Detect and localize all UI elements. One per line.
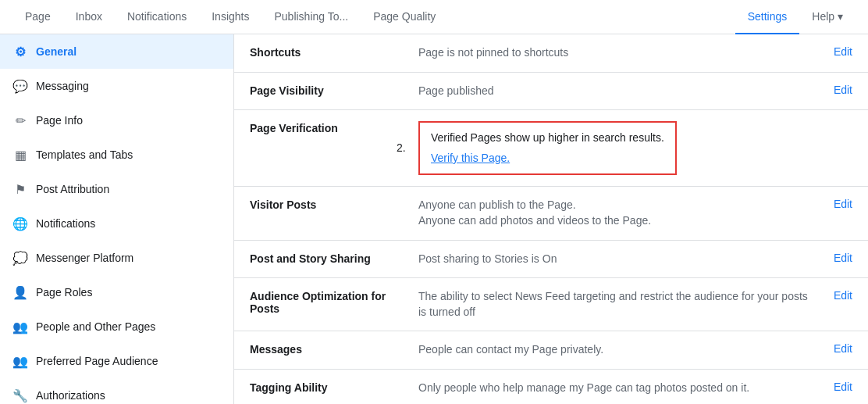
edit-tagging-ability[interactable]: Edit [834, 381, 852, 393]
sidebar-label-general: General [36, 45, 76, 58]
row-tagging-ability: Tagging Ability Only people who help man… [234, 370, 868, 404]
nav-right: Settings Help ▾ [735, 0, 856, 34]
sidebar-item-page-roles[interactable]: 👤 Page Roles [0, 275, 233, 309]
wrench-icon: 🔧 [12, 388, 28, 403]
sidebar-label-messenger-platform: Messenger Platform [36, 252, 133, 264]
value-tagging-ability: Only people who help manage my Page can … [418, 381, 809, 396]
sidebar-item-authorizations[interactable]: 🔧 Authorizations [0, 378, 233, 404]
action-post-story-sharing: Edit [821, 252, 852, 264]
chat-icon: 💭 [12, 250, 28, 266]
row-post-story-sharing: Post and Story Sharing Post sharing to S… [234, 241, 868, 279]
sidebar-item-templates-tabs[interactable]: ▦ Templates and Tabs [0, 138, 233, 172]
nav-help[interactable]: Help ▾ [799, 0, 856, 34]
sidebar-label-post-attribution: Post Attribution [36, 183, 109, 195]
action-page-visibility: Edit [821, 84, 852, 96]
nav-insights[interactable]: Insights [199, 0, 261, 34]
sidebar-item-preferred-audience[interactable]: 👥 Preferred Page Audience [0, 344, 233, 378]
value-messages: People can contact my Page privately. [418, 342, 809, 358]
nav-inbox[interactable]: Inbox [63, 0, 115, 34]
globe-icon: 🌐 [12, 216, 28, 231]
nav-notifications[interactable]: Notifications [115, 0, 199, 34]
value-visitor-posts: Anyone can publish to the Page. Anyone c… [418, 198, 809, 228]
sidebar-label-authorizations: Authorizations [36, 389, 105, 402]
audience-icon: 👥 [12, 353, 28, 369]
label-tagging-ability: Tagging Ability [250, 381, 406, 394]
sidebar-item-messaging[interactable]: 💬 Messaging [0, 69, 233, 103]
label-messages: Messages [250, 342, 406, 356]
edit-visitor-posts[interactable]: Edit [834, 198, 852, 210]
action-shortcuts: Edit [821, 45, 852, 58]
step-number: 2. [397, 141, 406, 156]
nav-settings[interactable]: Settings [735, 0, 800, 34]
sidebar-label-messaging: Messaging [36, 80, 89, 92]
value-page-verification: 2. Verified Pages show up higher in sear… [418, 121, 809, 175]
edit-shortcuts[interactable]: Edit [834, 45, 852, 58]
nav-left: Page Inbox Notifications Insights Publis… [12, 0, 448, 34]
sidebar-label-page-roles: Page Roles [36, 286, 92, 299]
edit-audience-optimization[interactable]: Edit [834, 289, 852, 302]
row-visitor-posts: Visitor Posts Anyone can publish to the … [234, 187, 868, 240]
flag-icon: ⚑ [12, 181, 28, 197]
action-visitor-posts: Edit [821, 198, 852, 210]
sidebar-label-templates-tabs: Templates and Tabs [36, 148, 133, 161]
nav-page-quality[interactable]: Page Quality [361, 0, 448, 34]
label-visitor-posts: Visitor Posts [250, 198, 406, 211]
sidebar-label-preferred-audience: Preferred Page Audience [36, 355, 158, 367]
edit-page-visibility[interactable]: Edit [834, 84, 852, 96]
edit-post-story-sharing[interactable]: Edit [834, 252, 852, 264]
sidebar: ⚙ General 💬 Messaging ✏ Page Info ▦ Temp… [0, 34, 234, 404]
value-shortcuts: Page is not pinned to shortcuts [418, 45, 809, 61]
row-shortcuts: Shortcuts Page is not pinned to shortcut… [234, 34, 868, 73]
label-post-story-sharing: Post and Story Sharing [250, 252, 406, 265]
label-shortcuts: Shortcuts [250, 45, 406, 59]
people-icon: 👥 [12, 319, 28, 334]
nav-publishing[interactable]: Publishing To... [261, 0, 361, 34]
sidebar-label-page-info: Page Info [36, 114, 83, 127]
value-page-visibility: Page published [418, 84, 809, 99]
edit-messages[interactable]: Edit [834, 342, 852, 355]
sidebar-item-messenger-platform[interactable]: 💭 Messenger Platform [0, 241, 233, 275]
action-tagging-ability: Edit [821, 381, 852, 393]
sidebar-item-page-info[interactable]: ✏ Page Info [0, 103, 233, 138]
sidebar-item-notifications[interactable]: 🌐 Notifications [0, 206, 233, 241]
verification-box: Verified Pages show up higher in search … [418, 121, 677, 175]
sidebar-item-general[interactable]: ⚙ General [0, 34, 233, 69]
sidebar-item-post-attribution[interactable]: ⚑ Post Attribution [0, 172, 233, 206]
person-icon: 👤 [12, 284, 28, 300]
pencil-icon: ✏ [12, 113, 28, 128]
row-audience-optimization: Audience Optimization for Posts The abil… [234, 278, 868, 331]
value-post-story-sharing: Post sharing to Stories is On [418, 252, 809, 267]
verify-link[interactable]: Verify this Page. [431, 152, 510, 164]
top-navigation: Page Inbox Notifications Insights Publis… [0, 0, 868, 34]
row-page-verification: Page Verification 2. Verified Pages show… [234, 110, 868, 187]
label-page-visibility: Page Visibility [250, 84, 406, 97]
row-page-visibility: Page Visibility Page published Edit [234, 73, 868, 111]
action-messages: Edit [821, 342, 852, 355]
sidebar-label-people-other-pages: People and Other Pages [36, 320, 155, 333]
sidebar-label-notifications: Notifications [36, 217, 95, 230]
main-container: ⚙ General 💬 Messaging ✏ Page Info ▦ Temp… [0, 34, 868, 404]
content-area: Shortcuts Page is not pinned to shortcut… [234, 34, 868, 404]
messaging-icon: 💬 [12, 78, 28, 94]
sidebar-item-people-other-pages[interactable]: 👥 People and Other Pages [0, 309, 233, 344]
row-messages: Messages People can contact my Page priv… [234, 331, 868, 370]
action-audience-optimization: Edit [821, 289, 852, 302]
gear-icon: ⚙ [12, 44, 28, 59]
label-page-verification: Page Verification [250, 121, 406, 134]
label-audience-optimization: Audience Optimization for Posts [250, 289, 406, 315]
nav-page[interactable]: Page [12, 0, 63, 34]
verify-text: Verified Pages show up higher in search … [431, 130, 664, 146]
grid-icon: ▦ [12, 147, 28, 163]
value-audience-optimization: The ability to select News Feed targetin… [418, 289, 809, 320]
